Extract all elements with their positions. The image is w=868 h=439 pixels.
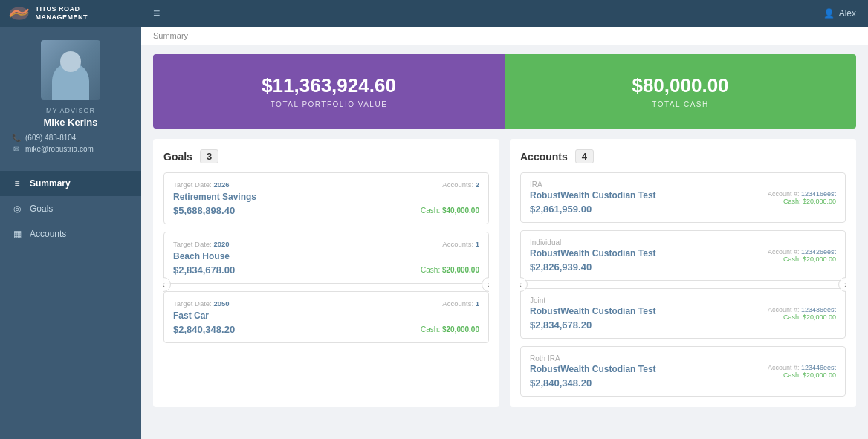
account-4-meta: Account #: 123446eest Cash: $20,000.00	[768, 364, 836, 379]
goals-icon: ◎	[12, 204, 22, 214]
total-cash-card: $80,000.00 TOTAL CASH	[505, 54, 856, 129]
account-item-2: Individual RobustWealth Custodian Test $…	[520, 230, 846, 281]
goal-2-cash: Cash: $20,000.00	[421, 266, 479, 274]
account-item-1: IRA RobustWealth Custodian Test $2,861,9…	[520, 172, 846, 223]
user-icon: 👤	[823, 8, 835, 19]
email-row: ✉ mike@robustria.com	[12, 145, 129, 153]
phone-number: (609) 483-8104	[25, 134, 76, 142]
accounts-count: 4	[575, 149, 594, 163]
portfolio-value-card: $11,363,924.60 TOTAL PORTFOLIO VALUE	[153, 54, 505, 129]
goal-item-1: Target Date: 2026 Accounts: 2 Retirement…	[163, 172, 489, 224]
sidebar-item-summary[interactable]: ≡ Summary	[0, 171, 141, 196]
account-3-num: Account #: 123436eest	[768, 306, 836, 313]
cash-label: TOTAL CASH	[652, 100, 709, 108]
account-2-type: Individual	[530, 238, 836, 247]
portfolio-label: TOTAL PORTFOLIO VALUE	[271, 100, 388, 108]
goal-2-name[interactable]: Beach House	[173, 251, 479, 261]
email-icon: ✉	[12, 145, 21, 153]
account-1-name[interactable]: RobustWealth Custodian Test	[530, 190, 656, 201]
accounts-icon: ▦	[12, 229, 22, 239]
main-content: ≡ 👤 Alex Summary $11,363,924.60 TOTAL PO…	[141, 0, 868, 439]
account-3-meta: Account #: 123436eest Cash: $20,000.00	[768, 306, 836, 321]
goals-list: ‹ Target Date: 2026 Accounts: 2 Retireme…	[163, 172, 489, 397]
goal-3-cash: Cash: $20,000.00	[421, 325, 479, 334]
goal-1-value: $5,688,898.40	[173, 205, 235, 216]
account-1-value: $2,861,959.00	[530, 204, 656, 215]
goal-1-name[interactable]: Retirement Savings	[173, 192, 479, 202]
hamburger-icon[interactable]: ≡	[153, 7, 160, 20]
goal-3-value: $2,840,348.20	[173, 324, 235, 335]
top-bar: ≡ 👤 Alex	[141, 0, 868, 27]
account-3-value: $2,834,678.20	[530, 319, 656, 331]
user-name: Alex	[839, 8, 856, 19]
goal-2-accounts: Accounts: 1	[442, 240, 479, 248]
goals-panel-header: Goals 3	[163, 149, 489, 163]
goal-1-accounts: Accounts: 2	[442, 181, 479, 189]
account-3-type: Joint	[530, 296, 836, 305]
contact-info: 📞 (609) 483-8104 ✉ mike@robustria.com	[9, 134, 132, 156]
sidebar-item-accounts-label: Accounts	[30, 229, 66, 239]
goals-panel: Goals 3 ‹ Target Date: 2026 Accounts: 2	[153, 139, 499, 407]
goal-1-cash: Cash: $40,000.00	[421, 207, 479, 215]
account-2-name[interactable]: RobustWealth Custodian Test	[530, 248, 656, 258]
goals-panel-title: Goals	[163, 151, 192, 163]
cards-row: Goals 3 ‹ Target Date: 2026 Accounts: 2	[153, 139, 856, 407]
goal-3-name[interactable]: Fast Car	[173, 310, 479, 321]
avatar	[41, 40, 100, 100]
sidebar-nav: ≡ Summary ◎ Goals ▦ Accounts	[0, 171, 141, 439]
account-item-4: Roth IRA RobustWealth Custodian Test $2,…	[520, 346, 846, 397]
goal-item-2: Target Date: 2020 Accounts: 1 Beach Hous…	[163, 232, 489, 284]
goal-3-accounts: Accounts: 1	[442, 299, 479, 308]
breadcrumb: Summary	[141, 27, 868, 45]
accounts-panel-title: Accounts	[520, 151, 568, 163]
sidebar-item-summary-label: Summary	[30, 178, 71, 189]
account-2-num: Account #: 123426eest	[768, 248, 836, 256]
advisor-section: MY ADVISOR Mike Kerins 📞 (609) 483-8104 …	[0, 27, 141, 163]
account-item-3: Joint RobustWealth Custodian Test $2,834…	[520, 288, 846, 339]
sidebar-item-accounts[interactable]: ▦ Accounts	[0, 221, 141, 247]
sidebar-logo: TITUS ROAD MANAGEMENT	[0, 0, 141, 27]
account-4-name[interactable]: RobustWealth Custodian Test	[530, 364, 656, 374]
account-1-num: Account #: 123416eest	[768, 190, 836, 198]
logo-text: TITUS ROAD MANAGEMENT	[35, 5, 132, 22]
accounts-panel-header: Accounts 4	[520, 149, 846, 163]
account-1-meta: Account #: 123416eest Cash: $20,000.00	[768, 190, 836, 205]
goal-2-value: $2,834,678.00	[173, 264, 235, 276]
phone-icon: 📞	[12, 134, 21, 142]
sidebar-item-goals[interactable]: ◎ Goals	[0, 196, 141, 221]
account-2-meta: Account #: 123426eest Cash: $20,000.00	[768, 248, 836, 263]
goal-3-target-date: Target Date: 2050	[173, 299, 230, 308]
portfolio-value: $11,363,924.60	[262, 74, 396, 97]
account-3-name[interactable]: RobustWealth Custodian Test	[530, 306, 656, 316]
accounts-list: ‹ IRA RobustWealth Custodian Test $2,861…	[520, 172, 846, 397]
goals-count: 3	[200, 149, 218, 163]
advisor-label: MY ADVISOR	[44, 107, 98, 114]
user-info: 👤 Alex	[823, 8, 856, 19]
summary-icon: ≡	[12, 178, 22, 189]
account-4-num: Account #: 123446eest	[768, 364, 836, 371]
advisor-name: Mike Kerins	[44, 117, 98, 128]
phone-row: 📞 (609) 483-8104	[12, 134, 129, 142]
account-4-value: $2,840,348.20	[530, 377, 656, 388]
sidebar-item-goals-label: Goals	[30, 204, 53, 214]
content-area: $11,363,924.60 TOTAL PORTFOLIO VALUE $80…	[141, 45, 868, 439]
goal-1-target-date: Target Date: 2026	[173, 181, 230, 189]
account-1-type: IRA	[530, 181, 836, 189]
account-4-type: Roth IRA	[530, 354, 836, 362]
account-2-cash: Cash: $20,000.00	[783, 256, 836, 263]
sidebar: TITUS ROAD MANAGEMENT MY ADVISOR Mike Ke…	[0, 0, 141, 439]
cash-value: $80,000.00	[632, 74, 728, 97]
goal-2-target-date: Target Date: 2020	[173, 240, 230, 248]
accounts-panel: Accounts 4 ‹ IRA RobustWealth Custodian …	[510, 139, 856, 407]
goal-item-3: Target Date: 2050 Accounts: 1 Fast Car $…	[163, 291, 489, 343]
account-3-cash: Cash: $20,000.00	[783, 313, 836, 321]
email-address: mike@robustria.com	[25, 145, 94, 153]
account-2-value: $2,826,939.40	[530, 261, 656, 273]
hero-section: $11,363,924.60 TOTAL PORTFOLIO VALUE $80…	[153, 54, 856, 129]
account-1-cash: Cash: $20,000.00	[783, 198, 836, 205]
logo-icon	[9, 6, 29, 21]
account-4-cash: Cash: $20,000.00	[783, 371, 836, 379]
goals-next-arrow[interactable]: ›	[482, 277, 489, 292]
